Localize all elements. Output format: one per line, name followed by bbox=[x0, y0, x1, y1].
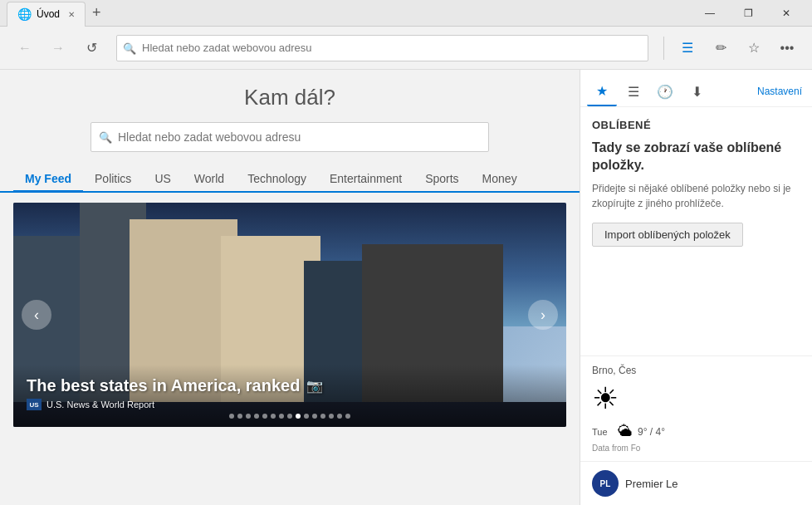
carousel-dot[interactable] bbox=[329, 414, 334, 419]
search-icon: 🔍 bbox=[99, 131, 112, 144]
weather-location: Brno, Čes bbox=[592, 365, 800, 376]
carousel-dot[interactable] bbox=[312, 414, 317, 419]
close-button[interactable]: ✕ bbox=[767, 0, 805, 27]
carousel-dot[interactable] bbox=[296, 414, 301, 419]
sidebar-tabs: ★ ☰ 🕐 ⬇ Nastavení bbox=[580, 70, 812, 107]
tab-my-feed[interactable]: My Feed bbox=[13, 167, 83, 193]
news-tabs: My Feed Politics US World Technology Ent… bbox=[0, 167, 580, 193]
source-logo: US bbox=[27, 399, 42, 410]
carousel-image: ‹ › The best states in America, ranked 📷… bbox=[13, 203, 566, 427]
carousel-title: The best states in America, ranked 📷 bbox=[27, 376, 553, 395]
back-button[interactable]: ← bbox=[10, 33, 40, 63]
carousel-dot[interactable] bbox=[271, 414, 276, 419]
tab-technology[interactable]: Technology bbox=[236, 167, 318, 191]
carousel-dot[interactable] bbox=[229, 414, 234, 419]
sidebar-tab-history[interactable]: 🕐 bbox=[650, 76, 680, 106]
forward-button[interactable]: → bbox=[43, 33, 73, 63]
navigation-bar: ← → ↺ 🔍 ☰ ✏ ☆ ••• bbox=[0, 27, 812, 70]
carousel-dot[interactable] bbox=[246, 414, 251, 419]
tab-us[interactable]: US bbox=[143, 167, 182, 191]
carousel-dots bbox=[27, 414, 553, 419]
tab-money[interactable]: Money bbox=[471, 167, 529, 191]
carousel-dot[interactable] bbox=[337, 414, 342, 419]
sidebar-tab-favorites[interactable]: ★ bbox=[587, 76, 617, 106]
address-bar-container: 🔍 bbox=[116, 35, 648, 61]
sidebar-content: OBLÍBENÉ Tady se zobrazí vaše oblíbené p… bbox=[580, 107, 812, 355]
favorites-empty-title: Tady se zobrazí vaše oblíbené položky. bbox=[592, 140, 800, 174]
cloud-icon: 🌥 bbox=[618, 423, 633, 440]
carousel-dot[interactable] bbox=[287, 414, 292, 419]
import-favorites-button[interactable]: Import oblíbených položek bbox=[592, 223, 743, 247]
tab-sports[interactable]: Sports bbox=[413, 167, 470, 191]
carousel-dot[interactable] bbox=[262, 414, 267, 419]
carousel-prev-button[interactable]: ‹ bbox=[22, 300, 51, 330]
more-button[interactable]: ••• bbox=[772, 33, 802, 63]
sidebar-settings-button[interactable]: Nastavení bbox=[754, 76, 805, 106]
sun-icon: ☀ bbox=[592, 381, 619, 416]
new-tab-button[interactable]: + bbox=[86, 2, 108, 23]
refresh-button[interactable]: ↺ bbox=[76, 33, 106, 63]
tab-entertainment[interactable]: Entertainment bbox=[318, 167, 413, 191]
tab-icon: 🌐 bbox=[17, 7, 32, 21]
carousel-dot[interactable] bbox=[345, 414, 350, 419]
weather-today: ☀ bbox=[592, 381, 800, 416]
favorites-toolbar-button[interactable]: ☆ bbox=[739, 33, 769, 63]
carousel-dot[interactable] bbox=[320, 414, 325, 419]
sidebar-panel: ★ ☰ 🕐 ⬇ Nastavení OBLÍBENÉ Tady se zobra… bbox=[580, 70, 812, 505]
camera-icon: 📷 bbox=[306, 378, 323, 394]
league-name: Premier Le bbox=[625, 478, 678, 490]
restore-button[interactable]: ❐ bbox=[729, 0, 767, 27]
news-carousel: ‹ › The best states in America, ranked 📷… bbox=[13, 203, 566, 427]
favorites-empty-description: Přidejte si nějaké oblíbené položky nebo… bbox=[592, 181, 800, 211]
league-section: PL Premier Le bbox=[580, 461, 812, 505]
carousel-dot[interactable] bbox=[254, 414, 259, 419]
carousel-dot[interactable] bbox=[304, 414, 309, 419]
title-bar: 🌐 Úvod ✕ + — ❐ ✕ bbox=[0, 0, 812, 27]
carousel-dot[interactable] bbox=[279, 414, 284, 419]
carousel-next-button[interactable]: › bbox=[528, 300, 558, 330]
main-search-input[interactable] bbox=[90, 122, 489, 152]
content-area: Kam dál? 🔍 My Feed Politics US World Tec… bbox=[0, 70, 580, 505]
favorites-section-title: OBLÍBENÉ bbox=[592, 119, 800, 131]
league-badge: PL bbox=[592, 470, 619, 497]
weather-day-row: Tue 🌥 9° / 4° bbox=[592, 423, 800, 440]
weather-temps: 9° / 4° bbox=[638, 426, 665, 438]
browser-tab[interactable]: 🌐 Úvod ✕ bbox=[7, 2, 86, 27]
address-bar[interactable] bbox=[116, 35, 648, 61]
weather-section: Brno, Čes ☀ Tue 🌥 9° / 4° Data from Fo bbox=[580, 355, 812, 461]
tab-title: Úvod bbox=[37, 8, 60, 20]
source-name: U.S. News & World Report bbox=[46, 400, 154, 409]
tab-close-button[interactable]: ✕ bbox=[68, 10, 75, 19]
hub-button[interactable]: ☰ bbox=[673, 33, 702, 63]
carousel-caption: The best states in America, ranked 📷 US … bbox=[13, 365, 566, 427]
address-search-icon: 🔍 bbox=[123, 42, 136, 54]
tab-politics[interactable]: Politics bbox=[83, 167, 143, 191]
markup-button[interactable]: ✏ bbox=[706, 33, 736, 63]
nav-divider bbox=[663, 37, 664, 60]
carousel-dot[interactable] bbox=[237, 414, 242, 419]
sidebar-tab-downloads[interactable]: ⬇ bbox=[682, 76, 712, 106]
main-layout: Kam dál? 🔍 My Feed Politics US World Tec… bbox=[0, 70, 812, 505]
weather-day-label: Tue bbox=[592, 427, 613, 437]
sidebar-tab-reading-list[interactable]: ☰ bbox=[619, 76, 648, 106]
carousel-source: US U.S. News & World Report bbox=[27, 399, 553, 410]
window-controls: — ❐ ✕ bbox=[691, 0, 805, 27]
search-bar-container: 🔍 bbox=[90, 122, 489, 152]
tab-world[interactable]: World bbox=[183, 167, 236, 191]
page-title: Kam dál? bbox=[244, 85, 335, 110]
weather-data-source: Data from Fo bbox=[592, 444, 800, 453]
minimize-button[interactable]: — bbox=[691, 0, 729, 27]
